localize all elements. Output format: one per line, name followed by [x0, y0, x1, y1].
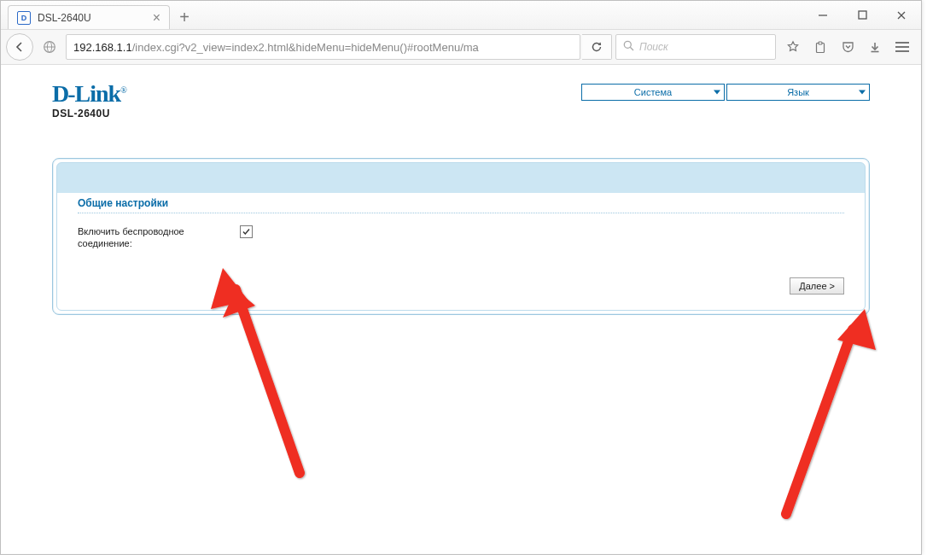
pocket-icon[interactable]	[834, 34, 861, 60]
tab-favicon-icon: D	[17, 11, 31, 25]
chevron-down-icon	[714, 90, 720, 95]
page-viewport: D-Link® DSL-2640U Система Язык	[1, 65, 921, 555]
url-bar[interactable]: 192.168.1.1/index.cgi?v2_view=index2.htm…	[66, 34, 580, 60]
menu-button[interactable]	[889, 34, 916, 60]
wireless-enable-label: Включить беспроводное соединение:	[78, 225, 231, 250]
clipboard-icon[interactable]	[807, 34, 834, 60]
search-box[interactable]: Поиск	[615, 34, 776, 60]
annotation-arrow-icon	[752, 302, 897, 524]
site-identity-icon[interactable]	[37, 34, 62, 60]
reload-button[interactable]	[582, 34, 612, 60]
browser-window: D DSL-2640U × + 192.168.1.1/index.cgi?v2…	[0, 0, 922, 555]
tab-strip: D DSL-2640U × +	[1, 1, 921, 29]
wireless-enable-checkbox[interactable]	[240, 225, 253, 238]
search-icon	[623, 40, 634, 54]
bookmark-star-icon[interactable]	[779, 34, 807, 60]
browser-tab[interactable]: D DSL-2640U ×	[8, 5, 170, 29]
nav-back-button[interactable]	[6, 33, 33, 61]
next-button[interactable]: Далее >	[790, 277, 844, 295]
header-controls: Система Язык	[581, 84, 870, 101]
logo-block: D-Link® DSL-2640U	[52, 82, 126, 120]
toolbar-right-group	[779, 34, 916, 60]
language-dropdown[interactable]: Язык	[726, 84, 870, 101]
url-host: 192.168.1.1	[73, 41, 132, 54]
window-minimize-button[interactable]	[803, 3, 842, 27]
device-model: DSL-2640U	[52, 108, 126, 120]
tab-title: DSL-2640U	[38, 12, 91, 24]
window-controls	[803, 1, 921, 29]
svg-rect-10	[819, 42, 822, 44]
url-path: /index.cgi?v2_view=index2.html&hideMenu=…	[132, 41, 479, 54]
svg-rect-1	[859, 11, 866, 19]
search-placeholder: Поиск	[639, 41, 668, 53]
downloads-icon[interactable]	[861, 34, 889, 60]
form-row-wireless: Включить беспроводное соединение:	[78, 225, 844, 250]
svg-line-8	[630, 47, 633, 50]
system-dropdown-label: Система	[634, 87, 672, 97]
window-maximize-button[interactable]	[842, 3, 882, 27]
close-tab-icon[interactable]: ×	[153, 11, 160, 25]
chevron-down-icon	[859, 90, 866, 95]
settings-panel: Общие настройки Включить беспроводное со…	[52, 158, 870, 315]
brand-logo: D-Link®	[52, 82, 126, 106]
section-title: Общие настройки	[78, 197, 844, 213]
hamburger-icon	[895, 42, 909, 52]
window-close-button[interactable]	[882, 3, 921, 27]
language-dropdown-label: Язык	[787, 87, 809, 97]
svg-point-7	[624, 41, 631, 48]
system-dropdown[interactable]: Система	[581, 84, 725, 101]
new-tab-button[interactable]: +	[173, 6, 195, 28]
browser-toolbar: 192.168.1.1/index.cgi?v2_view=index2.htm…	[1, 29, 921, 65]
